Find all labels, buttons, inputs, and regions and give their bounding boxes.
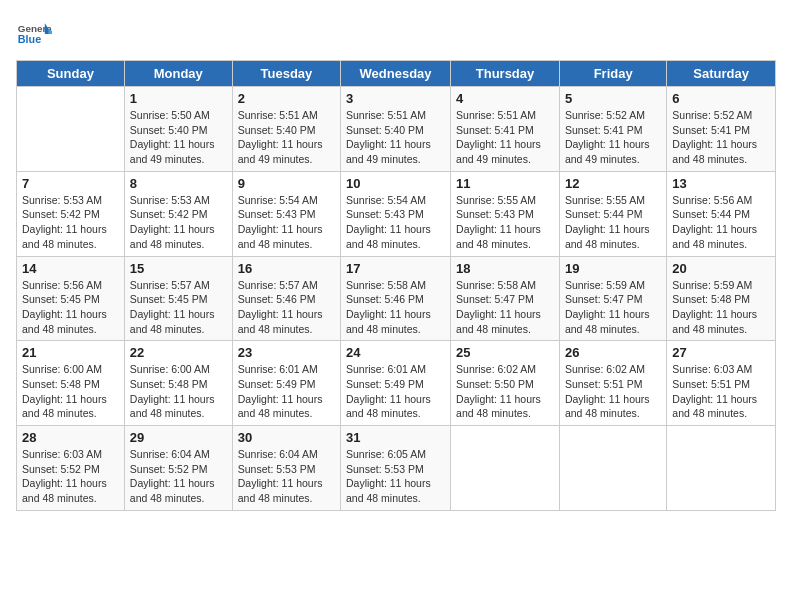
day-info: Sunrise: 5:54 AM Sunset: 5:43 PM Dayligh… (346, 193, 445, 252)
calendar-cell: 1Sunrise: 5:50 AM Sunset: 5:40 PM Daylig… (124, 87, 232, 172)
day-info: Sunrise: 6:04 AM Sunset: 5:52 PM Dayligh… (130, 447, 227, 506)
page-header: General Blue (16, 16, 776, 52)
day-info: Sunrise: 6:00 AM Sunset: 5:48 PM Dayligh… (130, 362, 227, 421)
calendar-cell: 29Sunrise: 6:04 AM Sunset: 5:52 PM Dayli… (124, 426, 232, 511)
calendar-cell: 25Sunrise: 6:02 AM Sunset: 5:50 PM Dayli… (451, 341, 560, 426)
calendar-cell: 31Sunrise: 6:05 AM Sunset: 5:53 PM Dayli… (341, 426, 451, 511)
day-number: 20 (672, 261, 770, 276)
calendar-week-4: 28Sunrise: 6:03 AM Sunset: 5:52 PM Dayli… (17, 426, 776, 511)
day-number: 10 (346, 176, 445, 191)
day-info: Sunrise: 5:53 AM Sunset: 5:42 PM Dayligh… (22, 193, 119, 252)
day-info: Sunrise: 5:52 AM Sunset: 5:41 PM Dayligh… (672, 108, 770, 167)
calendar-cell: 5Sunrise: 5:52 AM Sunset: 5:41 PM Daylig… (559, 87, 666, 172)
calendar-cell: 4Sunrise: 5:51 AM Sunset: 5:41 PM Daylig… (451, 87, 560, 172)
calendar-cell (667, 426, 776, 511)
day-info: Sunrise: 5:55 AM Sunset: 5:44 PM Dayligh… (565, 193, 661, 252)
calendar-table: SundayMondayTuesdayWednesdayThursdayFrid… (16, 60, 776, 511)
calendar-cell: 23Sunrise: 6:01 AM Sunset: 5:49 PM Dayli… (232, 341, 340, 426)
day-number: 31 (346, 430, 445, 445)
svg-text:Blue: Blue (18, 33, 41, 45)
day-number: 22 (130, 345, 227, 360)
day-info: Sunrise: 5:56 AM Sunset: 5:44 PM Dayligh… (672, 193, 770, 252)
day-number: 6 (672, 91, 770, 106)
day-info: Sunrise: 6:03 AM Sunset: 5:52 PM Dayligh… (22, 447, 119, 506)
day-info: Sunrise: 6:04 AM Sunset: 5:53 PM Dayligh… (238, 447, 335, 506)
day-info: Sunrise: 5:51 AM Sunset: 5:40 PM Dayligh… (346, 108, 445, 167)
day-number: 17 (346, 261, 445, 276)
day-number: 11 (456, 176, 554, 191)
day-number: 16 (238, 261, 335, 276)
day-info: Sunrise: 5:53 AM Sunset: 5:42 PM Dayligh… (130, 193, 227, 252)
day-number: 12 (565, 176, 661, 191)
day-number: 26 (565, 345, 661, 360)
weekday-header-sunday: Sunday (17, 61, 125, 87)
day-info: Sunrise: 5:59 AM Sunset: 5:47 PM Dayligh… (565, 278, 661, 337)
calendar-cell: 21Sunrise: 6:00 AM Sunset: 5:48 PM Dayli… (17, 341, 125, 426)
day-number: 1 (130, 91, 227, 106)
day-number: 28 (22, 430, 119, 445)
day-info: Sunrise: 5:59 AM Sunset: 5:48 PM Dayligh… (672, 278, 770, 337)
calendar-cell: 20Sunrise: 5:59 AM Sunset: 5:48 PM Dayli… (667, 256, 776, 341)
day-info: Sunrise: 6:03 AM Sunset: 5:51 PM Dayligh… (672, 362, 770, 421)
calendar-cell: 22Sunrise: 6:00 AM Sunset: 5:48 PM Dayli… (124, 341, 232, 426)
weekday-header-thursday: Thursday (451, 61, 560, 87)
day-number: 29 (130, 430, 227, 445)
day-info: Sunrise: 6:01 AM Sunset: 5:49 PM Dayligh… (238, 362, 335, 421)
calendar-cell: 18Sunrise: 5:58 AM Sunset: 5:47 PM Dayli… (451, 256, 560, 341)
calendar-cell: 8Sunrise: 5:53 AM Sunset: 5:42 PM Daylig… (124, 171, 232, 256)
calendar-cell: 27Sunrise: 6:03 AM Sunset: 5:51 PM Dayli… (667, 341, 776, 426)
calendar-cell: 13Sunrise: 5:56 AM Sunset: 5:44 PM Dayli… (667, 171, 776, 256)
day-info: Sunrise: 5:51 AM Sunset: 5:40 PM Dayligh… (238, 108, 335, 167)
day-number: 13 (672, 176, 770, 191)
calendar-cell: 17Sunrise: 5:58 AM Sunset: 5:46 PM Dayli… (341, 256, 451, 341)
day-number: 24 (346, 345, 445, 360)
calendar-cell: 16Sunrise: 5:57 AM Sunset: 5:46 PM Dayli… (232, 256, 340, 341)
calendar-week-0: 1Sunrise: 5:50 AM Sunset: 5:40 PM Daylig… (17, 87, 776, 172)
calendar-cell: 10Sunrise: 5:54 AM Sunset: 5:43 PM Dayli… (341, 171, 451, 256)
calendar-cell: 14Sunrise: 5:56 AM Sunset: 5:45 PM Dayli… (17, 256, 125, 341)
day-info: Sunrise: 5:54 AM Sunset: 5:43 PM Dayligh… (238, 193, 335, 252)
day-number: 25 (456, 345, 554, 360)
weekday-header-monday: Monday (124, 61, 232, 87)
weekday-header-tuesday: Tuesday (232, 61, 340, 87)
logo: General Blue (16, 16, 56, 52)
day-info: Sunrise: 5:51 AM Sunset: 5:41 PM Dayligh… (456, 108, 554, 167)
day-number: 4 (456, 91, 554, 106)
day-info: Sunrise: 5:56 AM Sunset: 5:45 PM Dayligh… (22, 278, 119, 337)
day-info: Sunrise: 5:58 AM Sunset: 5:46 PM Dayligh… (346, 278, 445, 337)
day-number: 19 (565, 261, 661, 276)
calendar-cell: 28Sunrise: 6:03 AM Sunset: 5:52 PM Dayli… (17, 426, 125, 511)
weekday-header-saturday: Saturday (667, 61, 776, 87)
weekday-header-wednesday: Wednesday (341, 61, 451, 87)
day-number: 30 (238, 430, 335, 445)
calendar-week-1: 7Sunrise: 5:53 AM Sunset: 5:42 PM Daylig… (17, 171, 776, 256)
calendar-week-3: 21Sunrise: 6:00 AM Sunset: 5:48 PM Dayli… (17, 341, 776, 426)
calendar-cell: 19Sunrise: 5:59 AM Sunset: 5:47 PM Dayli… (559, 256, 666, 341)
day-info: Sunrise: 6:02 AM Sunset: 5:50 PM Dayligh… (456, 362, 554, 421)
calendar-cell: 6Sunrise: 5:52 AM Sunset: 5:41 PM Daylig… (667, 87, 776, 172)
day-info: Sunrise: 5:58 AM Sunset: 5:47 PM Dayligh… (456, 278, 554, 337)
calendar-cell: 7Sunrise: 5:53 AM Sunset: 5:42 PM Daylig… (17, 171, 125, 256)
calendar-cell (559, 426, 666, 511)
calendar-cell: 15Sunrise: 5:57 AM Sunset: 5:45 PM Dayli… (124, 256, 232, 341)
day-info: Sunrise: 6:00 AM Sunset: 5:48 PM Dayligh… (22, 362, 119, 421)
day-number: 14 (22, 261, 119, 276)
day-info: Sunrise: 5:55 AM Sunset: 5:43 PM Dayligh… (456, 193, 554, 252)
calendar-cell: 30Sunrise: 6:04 AM Sunset: 5:53 PM Dayli… (232, 426, 340, 511)
weekday-header-friday: Friday (559, 61, 666, 87)
day-number: 3 (346, 91, 445, 106)
day-number: 15 (130, 261, 227, 276)
day-number: 23 (238, 345, 335, 360)
day-number: 9 (238, 176, 335, 191)
day-number: 18 (456, 261, 554, 276)
day-info: Sunrise: 6:01 AM Sunset: 5:49 PM Dayligh… (346, 362, 445, 421)
day-number: 21 (22, 345, 119, 360)
day-info: Sunrise: 5:50 AM Sunset: 5:40 PM Dayligh… (130, 108, 227, 167)
calendar-cell: 9Sunrise: 5:54 AM Sunset: 5:43 PM Daylig… (232, 171, 340, 256)
calendar-cell: 11Sunrise: 5:55 AM Sunset: 5:43 PM Dayli… (451, 171, 560, 256)
day-number: 7 (22, 176, 119, 191)
day-info: Sunrise: 5:57 AM Sunset: 5:45 PM Dayligh… (130, 278, 227, 337)
calendar-week-2: 14Sunrise: 5:56 AM Sunset: 5:45 PM Dayli… (17, 256, 776, 341)
day-info: Sunrise: 6:05 AM Sunset: 5:53 PM Dayligh… (346, 447, 445, 506)
day-number: 5 (565, 91, 661, 106)
